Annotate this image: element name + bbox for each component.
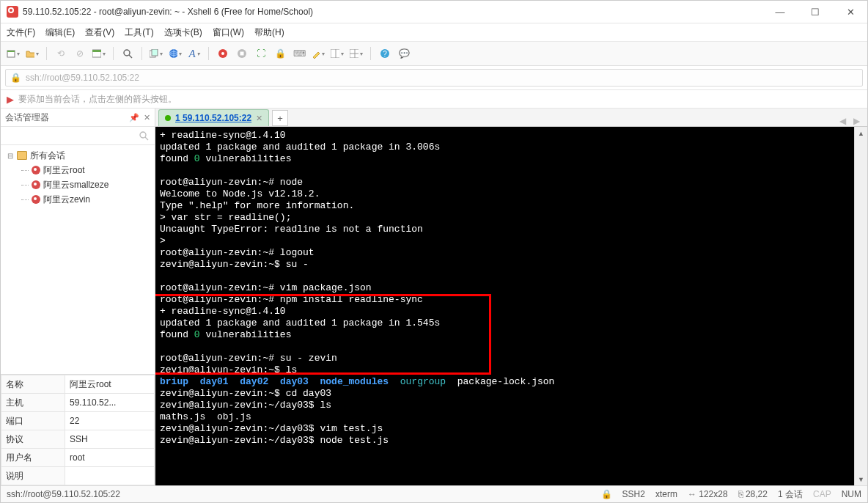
- flag-icon: ▶: [7, 94, 14, 105]
- app-window: 59.110.52.105:22 - root@aliyun-zevin: ~ …: [0, 0, 868, 503]
- tab-nav: ◀ ▶: [839, 116, 863, 126]
- session-icon: [32, 166, 40, 175]
- prop-desc-value: [65, 467, 155, 485]
- prop-name-value: 阿里云root: [65, 375, 155, 394]
- terminal[interactable]: + readline-sync@1.4.10 updated 1 package…: [155, 127, 854, 485]
- pin-icon[interactable]: 📌: [129, 113, 139, 122]
- collapse-icon[interactable]: ⊟: [7, 152, 14, 160]
- menu-edit[interactable]: 编辑(E): [45, 26, 75, 39]
- tree-item[interactable]: 阿里云zevin: [4, 192, 152, 207]
- prop-proto-value: SSH: [65, 430, 155, 449]
- address-url: ssh://root@59.110.52.105:22: [26, 73, 139, 83]
- middle-row: 会话管理器 📌 ✕ ⊟ 所有会话 阿里云root 阿里云smallzeze 阿里…: [1, 109, 867, 485]
- tree-item-label: 阿里云zevin: [43, 194, 90, 206]
- tree-line: [21, 185, 29, 186]
- svg-point-4: [124, 50, 130, 56]
- help-button[interactable]: ?: [378, 47, 391, 60]
- title-bar: 59.110.52.105:22 - root@aliyun-zevin: ~ …: [1, 1, 867, 23]
- prop-host-value: 59.110.52...: [65, 394, 155, 412]
- tree-root-label: 所有会话: [30, 150, 65, 162]
- status-cap: CAP: [813, 489, 831, 499]
- connected-icon: [165, 115, 171, 121]
- tree-item[interactable]: 阿里云smallzeze: [4, 177, 152, 192]
- web-button[interactable]: [169, 47, 182, 60]
- main-area: 1 59.110.52.105:22 ✕ + ◀ ▶ + readline-sy…: [155, 109, 867, 485]
- status-sessions: 1 会话: [778, 488, 803, 501]
- panel-controls: 📌 ✕: [129, 113, 150, 122]
- session-icon: [32, 195, 40, 204]
- session-tree: ⊟ 所有会话 阿里云root 阿里云smallzeze 阿里云zevin: [1, 145, 155, 374]
- menu-tabs[interactable]: 选项卡(B): [164, 26, 202, 39]
- search-icon: [139, 131, 149, 141]
- window-title: 59.110.52.105:22 - root@aliyun-zevin: ~ …: [23, 7, 769, 17]
- prop-user-value: root: [65, 449, 155, 467]
- address-bar: 🔒 ssh://root@59.110.52.105:22: [1, 66, 867, 90]
- highlight-button[interactable]: [312, 47, 325, 60]
- layout-button[interactable]: [331, 47, 344, 60]
- session-icon: [32, 180, 40, 189]
- menu-window[interactable]: 窗口(W): [213, 26, 244, 39]
- disconnect-button[interactable]: ⊘: [73, 47, 87, 60]
- tree-root[interactable]: ⊟ 所有会话: [4, 148, 152, 163]
- scroll-up-icon[interactable]: ▲: [855, 127, 867, 139]
- prop-port-value: 22: [65, 412, 155, 430]
- menu-file[interactable]: 文件(F): [7, 26, 35, 39]
- toolbar-separator: [141, 47, 142, 60]
- svg-rect-1: [7, 51, 15, 52]
- menu-view[interactable]: 查看(V): [85, 26, 114, 39]
- scroll-down-icon[interactable]: ▼: [855, 473, 867, 485]
- reconnect-button[interactable]: ⟲: [54, 47, 67, 60]
- add-tab-button[interactable]: +: [272, 110, 288, 126]
- svg-point-21: [140, 132, 146, 138]
- keyboard-button[interactable]: ⌨: [293, 47, 306, 60]
- address-input[interactable]: 🔒 ssh://root@59.110.52.105:22: [5, 69, 863, 87]
- scroll-track[interactable]: [855, 139, 867, 473]
- maximize-button[interactable]: ☐: [804, 7, 826, 18]
- stop-record-button[interactable]: [235, 47, 249, 60]
- session-tab[interactable]: 1 59.110.52.105:22 ✕: [158, 109, 269, 126]
- svg-rect-3: [92, 50, 101, 52]
- menu-tools[interactable]: 工具(T): [125, 26, 153, 39]
- lock-icon: 🔒: [601, 489, 612, 499]
- lock-button[interactable]: 🔒: [273, 47, 287, 60]
- record-button[interactable]: [216, 47, 229, 60]
- tree-item[interactable]: 阿里云root: [4, 163, 152, 177]
- folder-icon: [17, 151, 27, 160]
- tab-bar: 1 59.110.52.105:22 ✕ + ◀ ▶: [155, 109, 867, 127]
- status-size: ↔ 122x28: [688, 489, 728, 499]
- menu-bar: 文件(F) 编辑(E) 查看(V) 工具(T) 选项卡(B) 窗口(W) 帮助(…: [1, 23, 867, 41]
- close-panel-icon[interactable]: ✕: [144, 113, 150, 122]
- toolbar-separator: [208, 47, 209, 60]
- status-ssh: SSH2: [622, 489, 645, 499]
- tab-prev-icon[interactable]: ◀: [839, 116, 846, 126]
- close-button[interactable]: ✕: [839, 7, 861, 18]
- session-properties: 名称阿里云root 主机59.110.52... 端口22 协议SSH 用户名r…: [1, 374, 155, 485]
- prop-user-label: 用户名: [1, 449, 65, 467]
- status-num: NUM: [842, 489, 861, 499]
- window-controls: — ☐ ✕: [769, 7, 861, 18]
- new-session-button[interactable]: [7, 47, 20, 60]
- terminal-wrap: + readline-sync@1.4.10 updated 1 package…: [155, 127, 867, 485]
- open-button[interactable]: [26, 47, 39, 60]
- session-manager: 会话管理器 📌 ✕ ⊟ 所有会话 阿里云root 阿里云smallzeze 阿里…: [1, 109, 155, 485]
- copy-button[interactable]: [150, 47, 163, 60]
- terminal-scrollbar[interactable]: ▲ ▼: [854, 127, 867, 485]
- tab-next-icon[interactable]: ▶: [853, 116, 860, 126]
- minimize-button[interactable]: —: [769, 7, 791, 18]
- menu-help[interactable]: 帮助(H): [254, 26, 284, 39]
- panes-button[interactable]: [350, 47, 363, 60]
- search-button[interactable]: [121, 47, 134, 60]
- tab-close-icon[interactable]: ✕: [256, 114, 262, 123]
- app-icon: [7, 6, 18, 18]
- session-search[interactable]: [1, 127, 155, 145]
- status-pos: ⎘ 28,22: [738, 489, 768, 499]
- tree-item-label: 阿里云root: [43, 164, 85, 177]
- toolbar-separator: [46, 47, 47, 60]
- chat-button[interactable]: 💬: [397, 47, 411, 60]
- fullscreen-button[interactable]: ⛶: [254, 47, 268, 60]
- recent-button[interactable]: [92, 47, 106, 60]
- status-term: xterm: [655, 489, 677, 499]
- font-button[interactable]: A: [188, 47, 201, 60]
- prop-desc-label: 说明: [1, 467, 65, 485]
- svg-point-11: [221, 52, 224, 55]
